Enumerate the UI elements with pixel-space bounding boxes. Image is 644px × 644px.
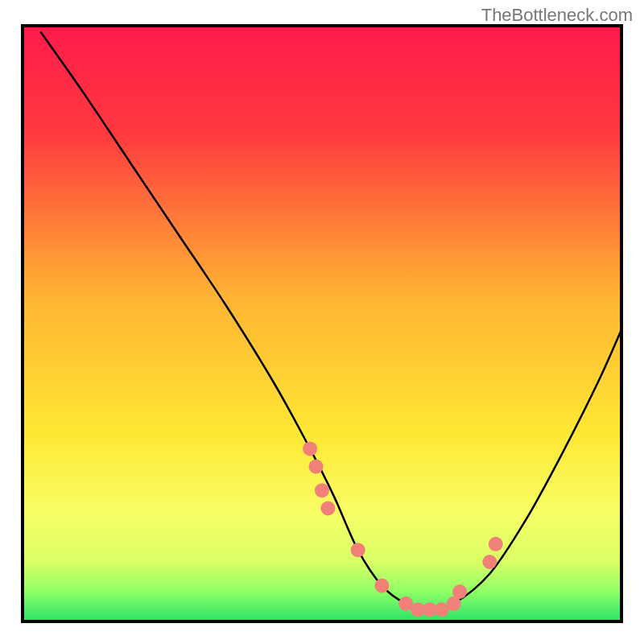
data-point xyxy=(320,501,335,515)
data-point xyxy=(309,460,324,474)
data-point xyxy=(374,579,389,593)
data-point xyxy=(351,543,365,557)
gradient-background xyxy=(23,26,621,621)
plot-area xyxy=(23,26,621,621)
data-point xyxy=(482,555,497,569)
data-point xyxy=(303,441,317,456)
attribution-label: TheBottleneck.com xyxy=(481,5,633,26)
data-point xyxy=(315,483,329,497)
bottleneck-chart xyxy=(0,0,644,644)
chart-container: TheBottleneck.com xyxy=(0,0,644,644)
data-point xyxy=(452,584,467,599)
data-point xyxy=(489,537,503,551)
